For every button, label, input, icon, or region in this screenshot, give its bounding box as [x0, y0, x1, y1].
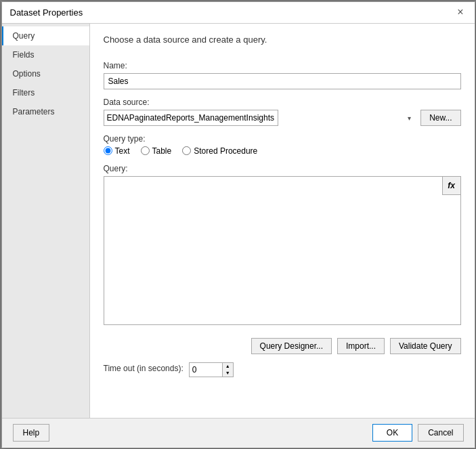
query-textarea[interactable] — [104, 176, 461, 325]
fx-button[interactable]: fx — [442, 176, 461, 195]
sidebar-item-fields[interactable]: Fields — [2, 45, 89, 64]
timeout-spinner-wrapper: ▲ ▼ — [189, 362, 234, 377]
timeout-input[interactable] — [189, 362, 223, 377]
timeout-spinner-arrows: ▲ ▼ — [223, 362, 234, 377]
main-content: Choose a data source and create a query.… — [90, 24, 475, 418]
sidebar: Query Fields Options Filters Parameters — [2, 24, 90, 418]
timeout-increment-button[interactable]: ▲ — [223, 363, 233, 370]
import-button[interactable]: Import... — [337, 338, 385, 354]
footer-left: Help — [13, 424, 50, 442]
help-button[interactable]: Help — [13, 424, 50, 442]
query-designer-button[interactable]: Query Designer... — [251, 338, 332, 354]
name-field-group: Name: — [104, 61, 461, 89]
section-description: Choose a data source and create a query. — [104, 35, 461, 45]
query-area-container: fx — [104, 176, 461, 327]
name-label: Name: — [104, 61, 461, 70]
datasource-label: Data source: — [104, 98, 461, 107]
datasource-field-group: Data source: EDNAPaginatedReports_Manage… — [104, 98, 461, 126]
dialog-title: Dataset Properties — [10, 7, 83, 18]
radio-group-text: Text — [104, 146, 130, 156]
dataset-properties-dialog: Dataset Properties × Query Fields Option… — [1, 1, 475, 448]
query-type-row: Text Table Stored Procedure — [104, 146, 461, 156]
datasource-select[interactable]: EDNAPaginatedReports_ManagementInsights — [104, 110, 278, 126]
radio-stored-procedure-label[interactable]: Stored Procedure — [194, 146, 257, 156]
cancel-button[interactable]: Cancel — [418, 424, 463, 442]
radio-stored-procedure[interactable] — [182, 146, 191, 155]
sidebar-item-filters[interactable]: Filters — [2, 83, 89, 102]
query-label: Query: — [104, 164, 461, 173]
name-input[interactable] — [104, 73, 461, 89]
ok-button[interactable]: OK — [372, 424, 412, 442]
timeout-label: Time out (in seconds): — [104, 364, 183, 373]
query-type-label: Query type: — [104, 134, 461, 144]
radio-text-label[interactable]: Text — [115, 146, 130, 156]
sidebar-item-parameters[interactable]: Parameters — [2, 102, 89, 121]
title-bar: Dataset Properties × — [2, 2, 475, 24]
query-type-group: Query type: Text Table Stored Procedure — [104, 134, 461, 156]
dialog-body: Query Fields Options Filters Parameters … — [2, 24, 475, 418]
dialog-footer: Help OK Cancel — [2, 418, 475, 448]
radio-text[interactable] — [104, 146, 112, 155]
bottom-buttons: Query Designer... Import... Validate Que… — [104, 338, 461, 354]
datasource-select-wrapper: EDNAPaginatedReports_ManagementInsights — [104, 110, 416, 126]
radio-table[interactable] — [141, 146, 150, 155]
sidebar-item-query[interactable]: Query — [2, 26, 89, 45]
timeout-decrement-button[interactable]: ▼ — [223, 370, 233, 377]
radio-group-stored-procedure: Stored Procedure — [182, 146, 257, 156]
datasource-row: EDNAPaginatedReports_ManagementInsights … — [104, 110, 461, 126]
footer-right: OK Cancel — [372, 424, 464, 442]
radio-group-table: Table — [141, 146, 172, 156]
close-button[interactable]: × — [454, 7, 466, 18]
timeout-row: Time out (in seconds): ▲ ▼ — [104, 362, 461, 377]
query-field-group: Query: fx — [104, 164, 461, 327]
validate-query-button[interactable]: Validate Query — [390, 338, 461, 354]
new-datasource-button[interactable]: New... — [420, 110, 460, 126]
radio-table-label[interactable]: Table — [152, 146, 172, 156]
sidebar-item-options[interactable]: Options — [2, 64, 89, 83]
